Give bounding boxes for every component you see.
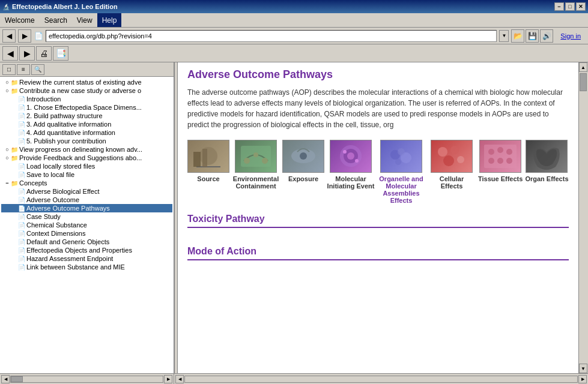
audio-button[interactable]: 🔊 <box>540 29 553 43</box>
svg-point-26 <box>506 149 512 155</box>
tree-item-savelocal[interactable]: 📄 Save to local file <box>1 170 172 179</box>
pathway-organ: Organ Effects <box>525 140 568 182</box>
tree-item-viewprog[interactable]: ○ 📁 View progress on delineating known a… <box>1 145 172 154</box>
address-bar: ◀ ▶ 📄 ▼ 📂 💾 🔊 Sign in <box>0 28 588 44</box>
forward-tool-button[interactable]: ▶ <box>19 46 35 61</box>
expand-feedback[interactable]: ○ <box>4 155 11 161</box>
back-button[interactable]: ◀ <box>2 29 16 43</box>
svg-point-29 <box>506 158 512 164</box>
search-icon[interactable]: 🔍 <box>31 64 44 75</box>
forward-button[interactable]: ▶ <box>18 29 31 43</box>
tree-item-publish[interactable]: 📄 5. Publish your contribution <box>1 137 172 145</box>
menu-help[interactable]: Help <box>97 13 122 27</box>
tree-area: ○ 📁 Review the current status of existin… <box>0 77 174 373</box>
svg-point-5 <box>244 158 250 164</box>
pathway-mie-label: Molecular Initiating Event <box>327 175 375 190</box>
scroll-left-btn[interactable]: ◀ <box>1 375 10 383</box>
tree-item-chose[interactable]: 📄 1. Chose Effectopedia Space Dimens... <box>1 103 172 112</box>
title-bar-left: 🔬 Effectopedia Albert J. Leo Edition <box>2 3 118 10</box>
tree-label-build: 2. Build pathway structure <box>26 112 103 119</box>
scroll-thumb[interactable] <box>580 73 587 91</box>
pathway-organ-img <box>526 140 568 173</box>
left-scroll-thumb[interactable] <box>11 376 23 382</box>
tree-label-chose: 1. Chose Effectopedia Space Dimens... <box>26 104 142 111</box>
tree-item-contribute[interactable]: ○ 📁 Contribute a new case study or adver… <box>1 86 172 95</box>
doc-icon: 📄 <box>18 256 25 262</box>
panel-btn1[interactable]: □ <box>2 64 16 75</box>
svg-point-27 <box>488 158 494 164</box>
scroll-right-btn[interactable]: ▶ <box>164 375 172 383</box>
folder-button[interactable]: 📂 <box>511 29 524 43</box>
panel-btn2[interactable]: ≡ <box>17 64 30 75</box>
tree-label-intro: Introduction <box>26 95 61 103</box>
pathway-exposure: Exposure <box>282 140 324 182</box>
tree-item-hazard[interactable]: 📄 Hazard Assessment Endpoint <box>1 254 172 263</box>
address-dropdown[interactable]: ▼ <box>499 30 509 42</box>
tree-item-addqual[interactable]: 📄 3. Add qualitative information <box>1 120 172 128</box>
vertical-scrollbar: ▲ ▼ <box>578 62 588 373</box>
scroll-up-button[interactable]: ▲ <box>579 62 587 72</box>
minimize-button[interactable]: − <box>554 2 564 11</box>
doc-icon: 📄 <box>18 104 25 111</box>
tree-item-defgen[interactable]: 📄 Default and Generic Objects <box>1 238 172 246</box>
doc-icon: 📄 <box>18 113 25 119</box>
save-button[interactable]: 💾 <box>526 29 539 43</box>
maximize-button[interactable]: □ <box>565 2 575 11</box>
right-h-scroll: ◀ ▶ <box>174 374 588 384</box>
tree-item-effprop[interactable]: 📄 Effectopedia Objects and Properties <box>1 246 172 254</box>
menu-search[interactable]: Search <box>40 13 72 27</box>
doc-icon: 📄 <box>18 138 25 145</box>
folder-icon: 📁 <box>11 155 18 161</box>
section-moa: Mode of Action <box>187 246 569 260</box>
tree-label-chemsub: Chemical Substance <box>26 221 87 229</box>
secondary-toolbar: ◀ ▶ 🖨 📑 <box>0 44 588 62</box>
svg-point-7 <box>262 158 268 164</box>
tree-label-concepts: Concepts <box>19 179 47 187</box>
print2-button[interactable]: 📑 <box>53 46 68 61</box>
tree-item-intro[interactable]: 📄 Introduction <box>1 95 172 103</box>
tree-label-publish: 5. Publish your contribution <box>26 137 106 145</box>
tree-item-linksubmie[interactable]: 📄 Link between Substance and MIE <box>1 263 172 271</box>
tree-item-chemsub[interactable]: 📄 Chemical Substance <box>1 221 172 229</box>
tree-item-feedback[interactable]: ○ 📁 Provide Feedback and Suggestions abo… <box>1 154 172 162</box>
scroll-right-btn2[interactable]: ▶ <box>578 375 587 383</box>
address-input[interactable] <box>46 30 497 42</box>
menu-welcome[interactable]: Welcome <box>0 13 40 27</box>
doc-icon: 📄 <box>18 239 25 245</box>
tree-item-advbio[interactable]: 📄 Adverse Biological Effect <box>1 187 172 196</box>
doc-icon: 📄 <box>18 96 25 103</box>
scroll-left-btn2[interactable]: ◀ <box>175 375 184 383</box>
doc-icon: 📄 <box>18 264 25 271</box>
expand-review[interactable]: ○ <box>4 79 11 85</box>
tree-item-addquant[interactable]: 📄 4. Add quantitative information <box>1 128 172 137</box>
title-bar-buttons: − □ ✕ <box>554 2 586 11</box>
tree-label-advoutp: Adverse Outcome Pathways <box>26 205 110 212</box>
tree-item-contextdim[interactable]: 📄 Context Dimensions <box>1 229 172 238</box>
close-button[interactable]: ✕ <box>576 2 586 11</box>
expand-contribute[interactable]: ○ <box>4 88 11 94</box>
bottom-scrollbar-area: ◀ ▶ ◀ ▶ <box>0 373 588 384</box>
tree-item-advoutp[interactable]: 📄 Adverse Outcome Pathways <box>1 204 172 212</box>
svg-point-9 <box>300 152 307 160</box>
sign-in-link[interactable]: Sign in <box>556 32 586 40</box>
scroll-down-button[interactable]: ▼ <box>579 364 587 373</box>
svg-point-22 <box>457 156 464 163</box>
tree-label-effprop: Effectopedia Objects and Properties <box>26 247 132 254</box>
tree-item-concepts[interactable]: − 📁 Concepts <box>1 179 172 187</box>
back-tool-button[interactable]: ◀ <box>2 46 18 61</box>
tree-item-casestudy[interactable]: 📄 Case Study <box>1 212 172 221</box>
tree-item-review[interactable]: ○ 📁 Review the current status of existin… <box>1 78 172 86</box>
expand-viewprog[interactable]: ○ <box>4 146 11 152</box>
menu-view[interactable]: View <box>72 13 97 27</box>
tree-label-review: Review the current status of existing ad… <box>19 79 142 86</box>
app-title: Effectopedia Albert J. Leo Edition <box>12 3 118 10</box>
tree-item-loadlocal[interactable]: 📄 Load locally stored files <box>1 162 172 170</box>
tree-item-advout[interactable]: 📄 Adverse Outcome <box>1 196 172 204</box>
pathway-env-img <box>235 140 277 173</box>
expand-concepts[interactable]: − <box>4 180 11 186</box>
tree-item-build[interactable]: 📄 2. Build pathway structure <box>1 112 172 120</box>
pathway-cellular: Cellular Effects <box>428 140 476 190</box>
print-button[interactable]: 🖨 <box>36 46 52 61</box>
svg-point-24 <box>488 149 494 155</box>
doc-icon: 📄 <box>18 230 25 237</box>
